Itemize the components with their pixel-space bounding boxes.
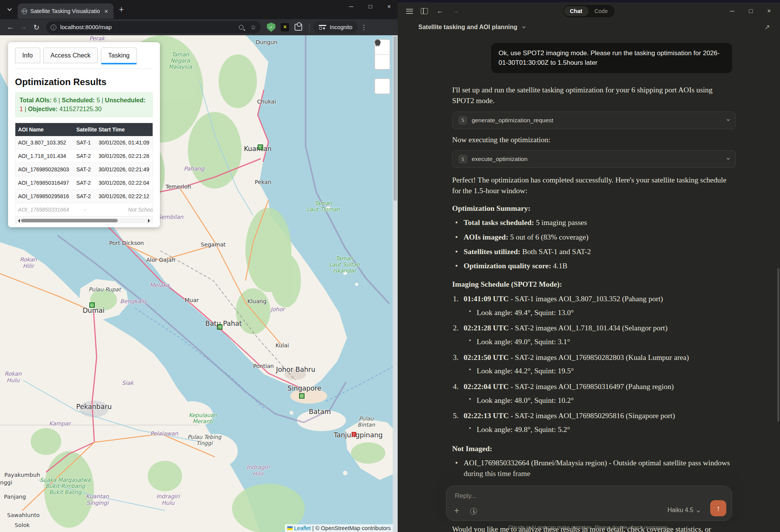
scheduled-label: Scheduled: — [62, 97, 95, 103]
address-bar[interactable]: i localhost:8000/map ☆ — [46, 21, 261, 33]
browser-menu-icon[interactable]: ⋮ — [360, 23, 368, 31]
schedule-item: 1.01:41:09 UTC - SAT-1 images AOI_3.807_… — [452, 294, 736, 318]
table-row-unscheduled[interactable]: AOI_1769850331664 - Not Scheduled — [15, 203, 153, 217]
table-row[interactable]: AOI_1769850316497 SAT-2 30/01/2026, 02:2… — [15, 176, 153, 190]
extensions-puzzle-icon[interactable] — [295, 24, 302, 31]
share-icon[interactable]: ↗ — [764, 23, 770, 31]
chat-scroll-area[interactable]: Ok, use SPOT2 imaging mode. Please run t… — [398, 34, 780, 532]
back-button[interactable]: ← — [4, 23, 17, 31]
table-horizontal-scrollbar[interactable] — [15, 218, 153, 223]
attach-plus-icon[interactable]: + — [454, 506, 459, 515]
app-maximize-button[interactable]: □ — [749, 8, 753, 15]
aoi-marker[interactable] — [352, 432, 356, 437]
nav-back-icon[interactable]: ← — [436, 7, 444, 15]
col-aoi-name: AOI Name — [15, 123, 74, 136]
history-clock-icon[interactable] — [470, 508, 477, 515]
forward-button[interactable]: → — [17, 23, 30, 31]
tab-close-icon[interactable]: × — [103, 7, 110, 15]
leaflet-link[interactable]: Leaflet — [294, 525, 311, 531]
url-text[interactable]: localhost:8000/map — [60, 24, 239, 31]
draw-rectangle-button[interactable] — [375, 54, 390, 69]
browser-minimize-button[interactable]: ─ — [349, 3, 354, 10]
zoom-icon[interactable] — [239, 25, 244, 30]
app-minimize-button[interactable]: ─ — [730, 8, 734, 15]
browser-tab-strip: Satellite Tasking Visualization × + ─ □ … — [0, 0, 398, 19]
panel-tab[interactable]: Info — [15, 48, 40, 63]
table-row[interactable]: AOI_1769850282803 SAT-2 30/01/2026, 02:2… — [15, 163, 153, 176]
nav-forward-icon[interactable]: → — [452, 7, 459, 15]
model-name: Haiku 4.5 — [667, 507, 693, 513]
adblock-shield-icon[interactable]: ✓ — [267, 23, 275, 32]
results-table: AOI Name Satellite Start Time End Time A… — [15, 123, 153, 217]
map-attribution: Leaflet | © OpenStreetMap contributors — [285, 524, 393, 532]
schedule-item: 5.02:22:13 UTC - SAT-2 images AOI_176985… — [452, 410, 736, 435]
leaflet-map[interactable]: PerakDungunTaman Negara MalaysiaChukaiKu… — [0, 35, 398, 532]
conversation-title[interactable]: Satellite tasking and AOI planning — [418, 24, 517, 31]
menu-hamburger-icon[interactable] — [406, 7, 413, 15]
reply-composer[interactable]: Reply... + Haiku 4.5 ↑ — [446, 486, 732, 521]
assistant-intro: I'll set up and run the satellite taskin… — [452, 85, 736, 106]
claude-app-window: ← → Chat Code ─ □ × Satellite tasking an… — [398, 0, 780, 532]
tab-chat[interactable]: Chat — [564, 6, 588, 16]
incognito-badge: Incognito — [313, 21, 358, 33]
tab-code[interactable]: Code — [588, 6, 614, 16]
unscheduled-value: 1 — [20, 106, 23, 112]
scrollbar-thumb[interactable] — [21, 219, 118, 222]
new-tab-button[interactable]: + — [119, 5, 124, 15]
tab-search-chevron-icon[interactable] — [4, 4, 15, 15]
scroll-left-icon[interactable] — [16, 219, 20, 223]
schedule-item: 4.02:22:04 UTC - SAT-2 images AOI_176985… — [452, 381, 736, 406]
assistant-now-executing: Now executing the optimization: — [452, 135, 736, 145]
table-row[interactable]: AOI_1769850295816 SAT-2 30/01/2026, 02:2… — [15, 190, 153, 203]
browser-window: Satellite Tasking Visualization × + ─ □ … — [0, 0, 398, 532]
chevron-down-icon[interactable] — [727, 118, 730, 121]
disclaimer-text: Claude is AI and can make mistakes. Plea… — [398, 524, 780, 530]
send-button[interactable]: ↑ — [710, 500, 726, 516]
chat-scrollbar-thumb[interactable] — [777, 268, 779, 422]
table-row[interactable]: AOI_1.718_101.434 SAT-2 30/01/2026, 02:2… — [15, 149, 153, 163]
app-close-button[interactable]: × — [767, 8, 771, 15]
browser-scrollbar[interactable] — [393, 35, 398, 532]
site-info-icon[interactable]: i — [51, 25, 56, 30]
summary-box: Total AOIs: 6 | Scheduled: 5 | Unschedul… — [15, 92, 153, 117]
imaging-schedule-list: 1.01:41:09 UTC - SAT-1 images AOI_3.807_… — [452, 294, 736, 435]
total-aois-label: Total AOIs: — [20, 97, 52, 103]
objective-value: 4115272125.30 — [58, 106, 101, 112]
aoi-marker[interactable] — [89, 302, 95, 308]
sidebar-toggle-icon[interactable] — [421, 8, 428, 14]
extension-arrows-icon[interactable]: × — [281, 23, 289, 31]
panel-tab[interactable]: Tasking — [101, 48, 137, 63]
browser-scrollbar-thumb[interactable] — [393, 36, 397, 201]
bookmark-star-icon[interactable]: ☆ — [250, 23, 256, 31]
tab-title: Satellite Tasking Visualization — [30, 8, 100, 14]
scroll-right-icon[interactable] — [148, 219, 152, 223]
osm-attribution[interactable]: © OpenStreetMap contributors — [315, 525, 391, 531]
browser-toolbar: ← → ↻ i localhost:8000/map ☆ ✓ × Incogni… — [0, 19, 398, 35]
browser-maximize-button[interactable]: □ — [369, 3, 372, 10]
browser-close-button[interactable]: × — [387, 3, 391, 10]
reload-button[interactable]: ↻ — [30, 23, 43, 32]
not-imaged-list: AOI_1769850332664 (Brunei/Malaysia regio… — [452, 458, 736, 479]
tool-call-generate-optimization-request[interactable]: S generate_optimization_request — [452, 112, 736, 129]
browser-tab[interactable]: Satellite Tasking Visualization × — [18, 3, 114, 19]
results-panel: InfoAccess CheckTasking Optimization Res… — [8, 42, 160, 227]
tool-call-execute-optimization[interactable]: S execute_optimization — [452, 150, 736, 168]
tool-name: execute_optimization — [472, 156, 528, 163]
mode-toggle: Chat Code — [562, 4, 615, 18]
objective-label: Objective: — [28, 106, 58, 112]
title-chevron-icon[interactable] — [522, 25, 525, 28]
total-aois-value: 6 — [52, 97, 57, 103]
chevron-down-icon[interactable] — [727, 157, 730, 160]
reply-input[interactable]: Reply... — [455, 492, 476, 500]
aoi-marker[interactable] — [217, 324, 222, 330]
panel-tab[interactable]: Access Check — [43, 48, 98, 63]
model-selector[interactable]: Haiku 4.5 — [667, 507, 699, 514]
delete-layers-button[interactable] — [375, 79, 390, 94]
assistant-perfect: Perfect! The optimization has completed … — [452, 175, 736, 196]
user-message: Ok, use SPOT2 imaging mode. Please run t… — [491, 43, 732, 73]
aoi-marker[interactable] — [299, 393, 304, 399]
aoi-marker[interactable] — [258, 144, 263, 150]
incognito-icon — [319, 25, 326, 30]
table-row[interactable]: AOI_3.807_103.352 SAT-1 30/01/2026, 01:4… — [15, 136, 153, 149]
schedule-detail: Look angle: 49.4°, Squint: 13.0° — [464, 307, 736, 318]
